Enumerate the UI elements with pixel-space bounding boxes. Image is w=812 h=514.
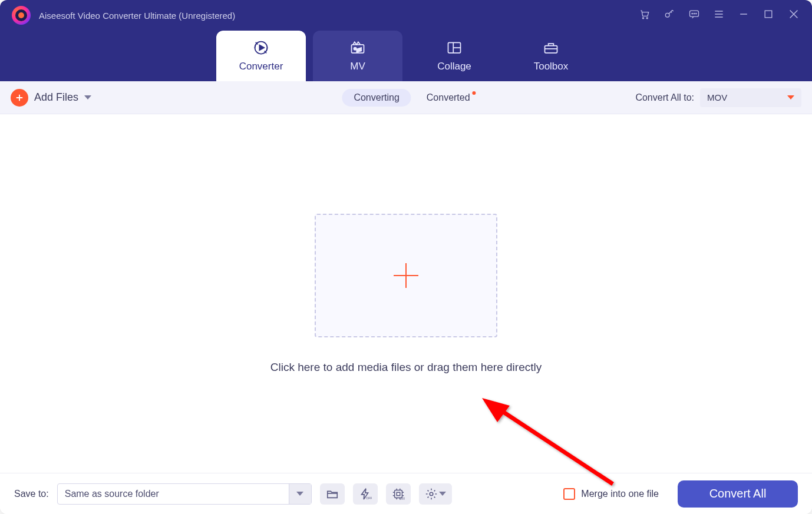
status-converted-label: Converted — [427, 92, 470, 102]
checkbox-icon — [563, 488, 575, 500]
plus-icon — [11, 89, 28, 107]
tab-collage-label: Collage — [437, 61, 471, 72]
save-path-select[interactable]: Same as source folder — [57, 483, 312, 505]
drop-zone[interactable] — [315, 214, 497, 337]
notification-dot-icon — [473, 91, 476, 95]
convert-all-to-label: Convert All to: — [635, 92, 694, 103]
main-tabs: Converter MV Collage — [0, 31, 812, 81]
app-logo-icon — [12, 6, 31, 25]
svg-point-20 — [430, 492, 433, 496]
chevron-down-icon — [84, 95, 91, 100]
merge-checkbox[interactable]: Merge into one file — [563, 488, 659, 500]
chevron-down-icon — [439, 492, 446, 496]
settings-button[interactable] — [419, 483, 452, 505]
tab-toolbox-label: Toolbox — [534, 61, 569, 72]
svg-point-1 — [646, 18, 648, 19]
gear-icon — [425, 488, 438, 500]
collage-icon — [445, 39, 463, 56]
feedback-icon[interactable] — [688, 8, 700, 22]
menu-icon[interactable] — [713, 8, 725, 22]
hardware-accel-button[interactable]: OFF — [353, 483, 378, 505]
svg-rect-7 — [765, 11, 772, 18]
add-files-button[interactable]: Add Files — [11, 89, 91, 107]
save-path-value: Same as source folder — [58, 489, 289, 499]
converter-icon — [252, 39, 270, 56]
svg-point-6 — [696, 14, 697, 14]
chip-icon: OFF — [392, 488, 405, 500]
svg-text:OFF: OFF — [400, 497, 405, 500]
svg-point-2 — [665, 13, 669, 17]
tab-toolbox[interactable]: Toolbox — [506, 31, 596, 81]
open-folder-button[interactable] — [320, 483, 345, 505]
svg-text:OFF: OFF — [366, 496, 372, 500]
window-controls — [639, 8, 800, 23]
output-format-value: MOV — [707, 92, 727, 102]
chevron-down-icon — [296, 492, 303, 496]
status-converting[interactable]: Converting — [342, 89, 411, 107]
output-format-select[interactable]: MOV — [700, 88, 801, 107]
svg-point-11 — [354, 48, 356, 50]
svg-point-4 — [692, 14, 692, 14]
save-path-dropdown[interactable] — [289, 484, 311, 504]
toolbar: Add Files Converting Converted Convert A… — [0, 81, 812, 114]
svg-rect-18 — [397, 492, 400, 496]
tab-collage[interactable]: Collage — [410, 31, 499, 81]
toolbox-icon — [542, 39, 560, 56]
save-to-label: Save to: — [14, 489, 49, 499]
tab-converter[interactable]: Converter — [216, 31, 306, 81]
merge-label: Merge into one file — [581, 489, 659, 499]
status-converted[interactable]: Converted — [427, 92, 470, 103]
maximize-button[interactable] — [763, 8, 774, 22]
chevron-down-icon — [787, 95, 794, 100]
drop-hint-text: Click here to add media files or drag th… — [270, 361, 542, 374]
main-area: Click here to add media files or drag th… — [0, 114, 812, 473]
app-title: Aiseesoft Video Converter Ultimate (Unre… — [39, 11, 235, 21]
lightning-icon: OFF — [359, 488, 372, 500]
key-icon[interactable] — [664, 8, 675, 22]
plus-large-icon — [390, 260, 422, 291]
svg-point-5 — [694, 14, 694, 14]
minimize-button[interactable] — [738, 8, 750, 22]
svg-marker-9 — [259, 45, 264, 51]
add-files-label: Add Files — [34, 91, 78, 104]
tab-mv-label: MV — [350, 61, 365, 72]
svg-marker-15 — [482, 398, 510, 422]
convert-all-button[interactable]: Convert All — [678, 480, 798, 508]
cart-icon[interactable] — [639, 8, 651, 22]
footer: Save to: Same as source folder OFF OFF M… — [0, 473, 812, 514]
mv-icon — [349, 39, 367, 56]
tab-converter-label: Converter — [239, 61, 283, 72]
tab-mv[interactable]: MV — [313, 31, 402, 81]
titlebar: Aiseesoft Video Converter Ultimate (Unre… — [0, 0, 812, 31]
gpu-accel-button[interactable]: OFF — [386, 483, 411, 505]
close-button[interactable] — [787, 8, 800, 23]
svg-point-0 — [642, 18, 643, 19]
folder-icon — [326, 488, 339, 500]
